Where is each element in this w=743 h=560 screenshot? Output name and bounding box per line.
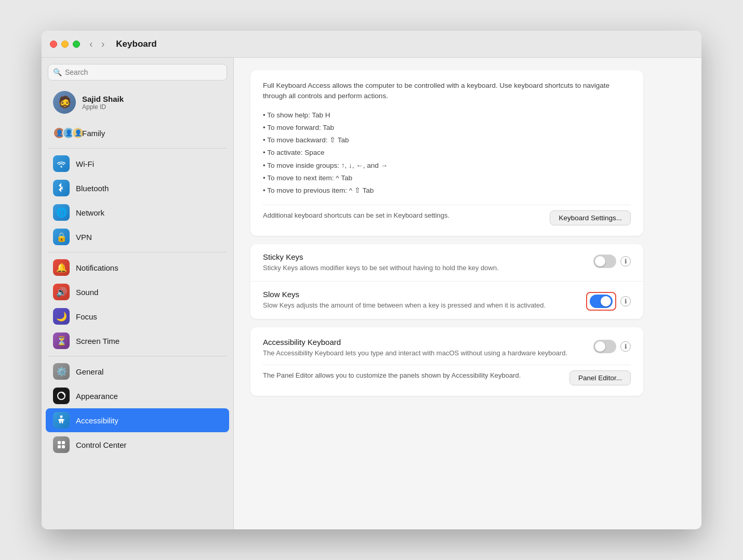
sidebar-item-screentime[interactable]: ⏳ Screen Time xyxy=(46,329,229,353)
slow-keys-title: Slow Keys xyxy=(263,290,578,299)
sidebar-item-bluetooth[interactable]: Bluetooth xyxy=(46,176,229,200)
full-keyboard-access-card: Full Keyboard Access allows the computer… xyxy=(250,70,643,236)
title-bar: ‹ › Keyboard xyxy=(42,31,701,58)
traffic-lights xyxy=(50,41,80,48)
sidebar-item-family[interactable]: 👤 👤 👤 Family xyxy=(46,121,229,145)
ak-toggle[interactable] xyxy=(593,340,616,353)
bluetooth-icon xyxy=(53,180,70,196)
notifications-icon: 🔔 xyxy=(53,259,70,276)
slow-keys-toggle[interactable] xyxy=(590,295,613,308)
ak-desc: The Accessibility Keyboard lets you type… xyxy=(263,349,585,358)
ak-track xyxy=(593,340,616,353)
fka-description: Full Keyboard Access allows the computer… xyxy=(263,81,631,102)
sidebar-item-label: Sound xyxy=(76,288,98,297)
ak-info: Accessibility Keyboard The Accessibility… xyxy=(263,338,593,358)
sidebar-item-controlcenter[interactable]: Control Center xyxy=(46,433,229,457)
sidebar-item-label: Wi-Fi xyxy=(76,159,94,168)
sidebar-item-label: Appearance xyxy=(76,392,118,401)
controlcenter-icon xyxy=(53,436,70,453)
window-title: Keyboard xyxy=(116,39,156,49)
sidebar-item-label: Family xyxy=(82,129,105,138)
sidebar-item-network[interactable]: 🌐 Network xyxy=(46,201,229,224)
sidebar-item-profile[interactable]: 🧔 Sajid Shaik Apple ID xyxy=(46,87,229,118)
appearance-icon xyxy=(53,388,70,404)
sidebar-item-label: General xyxy=(76,367,103,376)
profile-subtitle: Apple ID xyxy=(82,103,124,111)
bullet-1: • To show help: Tab H xyxy=(263,109,631,122)
ak-footer: The Panel Editor allows you to customize… xyxy=(263,365,631,385)
ak-top-row: Accessibility Keyboard The Accessibility… xyxy=(263,338,631,365)
back-button[interactable]: ‹ xyxy=(86,37,96,51)
fka-bullets: • To show help: Tab H • To move forward:… xyxy=(263,109,631,197)
sidebar-item-label: VPN xyxy=(76,233,92,242)
network-icon: 🌐 xyxy=(53,204,70,221)
slow-keys-row: Slow Keys Slow Keys adjusts the amount o… xyxy=(250,281,643,319)
sticky-keys-row: Sticky Keys Sticky Keys allows modifier … xyxy=(250,244,643,282)
content-area: 🔍 🧔 Sajid Shaik Apple ID 👤 👤 xyxy=(42,58,701,529)
nav-buttons: ‹ › xyxy=(86,37,108,51)
sticky-keys-controls: ℹ xyxy=(593,255,631,268)
close-button[interactable] xyxy=(50,41,57,48)
keyboard-settings-button[interactable]: Keyboard Settings... xyxy=(550,210,631,225)
focus-icon: 🌙 xyxy=(53,308,70,325)
ak-info-button[interactable]: ℹ xyxy=(620,341,631,352)
sticky-keys-info-button[interactable]: ℹ xyxy=(620,256,631,266)
sticky-keys-info: Sticky Keys Sticky Keys allows modifier … xyxy=(263,252,593,273)
sidebar-item-notifications[interactable]: 🔔 Notifications xyxy=(46,256,229,279)
sidebar-item-label: Control Center xyxy=(76,441,127,449)
bullet-5: • To move inside groups: ↑, ↓, ←, and → xyxy=(263,159,631,172)
general-icon: ⚙️ xyxy=(53,363,70,380)
accessibility-keyboard-card: Accessibility Keyboard The Accessibility… xyxy=(250,327,643,396)
slow-keys-highlight xyxy=(586,292,616,311)
sidebar-item-label: Screen Time xyxy=(76,337,120,345)
maximize-button[interactable] xyxy=(73,41,80,48)
search-input[interactable] xyxy=(48,64,227,81)
sidebar-item-general[interactable]: ⚙️ General xyxy=(46,359,229,383)
ak-thumb xyxy=(595,341,605,352)
avatar: 🧔 xyxy=(53,91,76,114)
divider-1 xyxy=(48,148,227,149)
sidebar-item-label: Focus xyxy=(76,312,97,321)
slow-keys-thumb xyxy=(601,296,611,306)
sticky-keys-thumb xyxy=(595,256,605,266)
sidebar-item-sound[interactable]: 🔊 Sound xyxy=(46,280,229,304)
sidebar-item-vpn[interactable]: 🔒 VPN xyxy=(46,225,229,249)
wifi-icon xyxy=(53,155,70,172)
main-inner: Full Keyboard Access allows the computer… xyxy=(234,58,660,417)
search-icon: 🔍 xyxy=(53,68,62,76)
sidebar-item-wifi[interactable]: Wi-Fi xyxy=(46,152,229,176)
sidebar-item-appearance[interactable]: Appearance xyxy=(46,384,229,408)
sidebar-item-label: Bluetooth xyxy=(76,184,109,193)
sticky-keys-toggle[interactable] xyxy=(593,255,616,268)
slow-keys-info-button[interactable]: ℹ xyxy=(620,296,631,306)
sticky-keys-desc: Sticky Keys allows modifier keys to be s… xyxy=(263,263,585,273)
minimize-button[interactable] xyxy=(61,41,69,48)
main-window: ‹ › Keyboard 🔍 🧔 Sajid Shaik Apple ID xyxy=(42,31,701,529)
divider-2 xyxy=(48,252,227,252)
ak-title: Accessibility Keyboard xyxy=(263,338,585,346)
slow-keys-track xyxy=(590,295,613,308)
svg-rect-6 xyxy=(62,445,65,448)
svg-rect-5 xyxy=(58,445,61,448)
bullet-7: • To move to previous item: ^ ⇧ Tab xyxy=(263,184,631,197)
sidebar-item-label: Accessibility xyxy=(76,416,118,425)
ak-footer-text: The Panel Editor allows you to customize… xyxy=(263,370,521,381)
sidebar: 🔍 🧔 Sajid Shaik Apple ID 👤 👤 xyxy=(42,58,234,529)
sidebar-item-accessibility[interactable]: Accessibility xyxy=(46,408,229,432)
slow-keys-info: Slow Keys Slow Keys adjusts the amount o… xyxy=(263,290,586,311)
divider-3 xyxy=(48,356,227,356)
search-bar: 🔍 xyxy=(48,64,227,81)
fka-footer: Additional keyboard shortcuts can be set… xyxy=(263,205,631,225)
ak-controls: ℹ xyxy=(593,340,631,353)
sidebar-item-focus[interactable]: 🌙 Focus xyxy=(46,304,229,328)
sound-icon: 🔊 xyxy=(53,284,70,300)
bullet-2: • To move forward: Tab xyxy=(263,122,631,134)
forward-button[interactable]: › xyxy=(98,37,108,51)
sticky-slow-keys-card: Sticky Keys Sticky Keys allows modifier … xyxy=(250,244,643,319)
panel-editor-button[interactable]: Panel Editor... xyxy=(569,370,631,385)
slow-keys-desc: Slow Keys adjusts the amount of time bet… xyxy=(263,301,578,311)
sticky-keys-track xyxy=(593,255,616,268)
sidebar-item-label: Network xyxy=(76,208,104,217)
svg-rect-3 xyxy=(58,441,61,444)
bullet-6: • To move to next item: ^ Tab xyxy=(263,172,631,184)
